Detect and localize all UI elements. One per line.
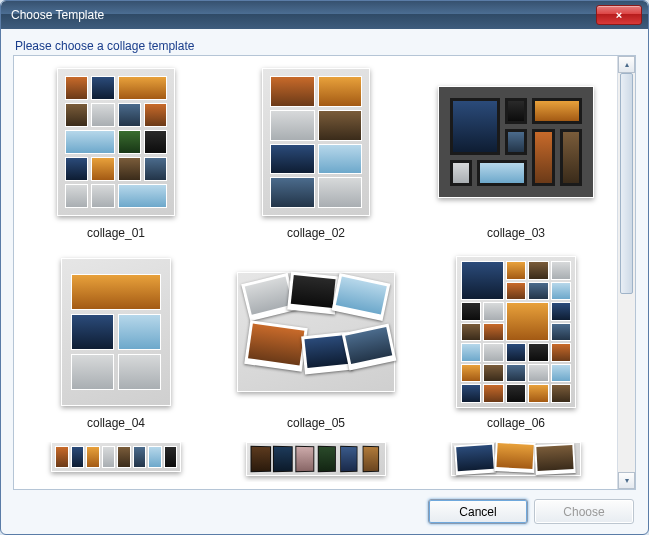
- close-button[interactable]: ×: [596, 5, 642, 25]
- choose-button-label: Choose: [563, 505, 604, 519]
- scroll-up-button[interactable]: ▴: [618, 56, 635, 73]
- template-item-collage-02[interactable]: collage_02: [220, 62, 412, 248]
- template-label: collage_05: [287, 412, 345, 438]
- template-item-collage-05[interactable]: collage_05: [220, 252, 412, 438]
- template-item-partial-2[interactable]: [220, 442, 412, 482]
- close-icon: ×: [616, 9, 622, 21]
- choose-template-dialog: Choose Template × Please choose a collag…: [0, 0, 649, 535]
- template-thumb: [236, 62, 396, 222]
- template-label: collage_03: [487, 222, 545, 248]
- scroll-track[interactable]: [618, 73, 635, 472]
- template-item-collage-01[interactable]: collage_01: [20, 62, 212, 248]
- template-thumb: [236, 442, 396, 482]
- template-item-partial-1[interactable]: [20, 442, 212, 482]
- window-title: Choose Template: [11, 8, 596, 22]
- template-item-collage-03[interactable]: collage_03: [420, 62, 612, 248]
- vertical-scrollbar[interactable]: ▴ ▾: [617, 56, 635, 489]
- chevron-up-icon: ▴: [625, 60, 629, 69]
- template-thumb: [36, 62, 196, 222]
- template-thumb: [436, 62, 596, 222]
- template-thumb: [436, 442, 596, 482]
- template-thumb: [436, 252, 596, 412]
- dialog-button-row: Cancel Choose: [428, 499, 634, 524]
- template-item-collage-04[interactable]: collage_04: [20, 252, 212, 438]
- template-scroll-area[interactable]: collage_01 collage_02: [14, 56, 618, 489]
- scroll-down-button[interactable]: ▾: [618, 472, 635, 489]
- template-label: collage_06: [487, 412, 545, 438]
- scroll-thumb[interactable]: [620, 73, 633, 294]
- template-item-collage-06[interactable]: collage_06: [420, 252, 612, 438]
- template-thumb: [36, 252, 196, 412]
- template-thumb: [236, 252, 396, 412]
- template-item-partial-3[interactable]: [420, 442, 612, 482]
- template-label: collage_04: [87, 412, 145, 438]
- template-label: collage_01: [87, 222, 145, 248]
- titlebar[interactable]: Choose Template ×: [1, 1, 648, 29]
- template-label: collage_02: [287, 222, 345, 248]
- cancel-button-label: Cancel: [459, 505, 496, 519]
- templates-grid: collage_01 collage_02: [14, 56, 618, 482]
- template-thumb: [36, 442, 196, 482]
- chevron-down-icon: ▾: [625, 476, 629, 485]
- template-list-box: collage_01 collage_02: [13, 55, 636, 490]
- cancel-button[interactable]: Cancel: [428, 499, 528, 524]
- choose-button[interactable]: Choose: [534, 499, 634, 524]
